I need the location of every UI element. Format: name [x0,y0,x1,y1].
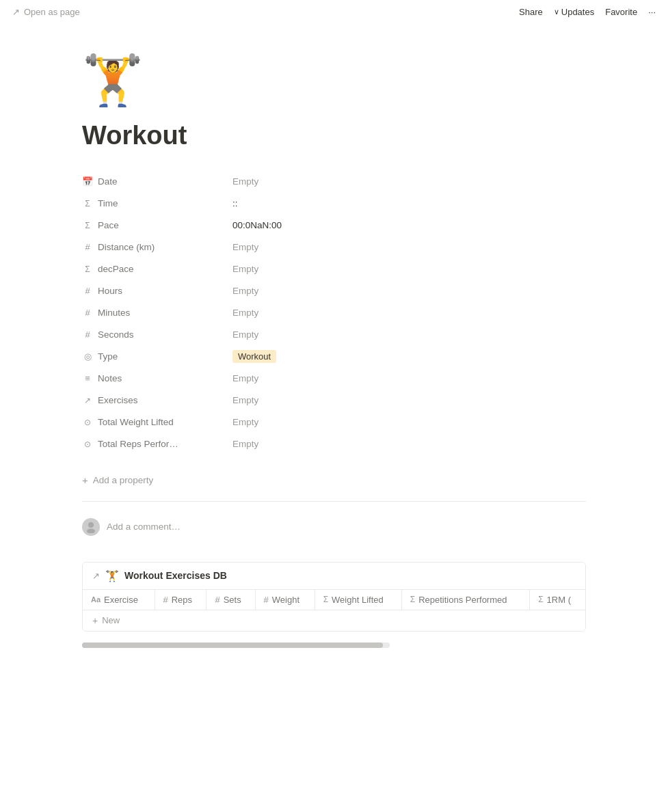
property-key-time: Time [82,198,232,208]
property-value-time: :: [232,198,586,208]
db-table: Aa Exercise # Reps # [83,590,585,610]
col-1rm[interactable]: Σ 1RM ( [530,590,585,610]
hash-icon-seconds [82,329,93,340]
sigma-icon-pace [82,221,93,230]
property-key-seconds: Seconds [82,329,232,340]
property-value-minutes: Empty [232,308,586,318]
col-repetitions-performed[interactable]: Σ Repetitions Performed [401,590,529,610]
favorite-button[interactable]: Favorite [605,7,637,17]
sigma-icon-rp: Σ [410,595,415,604]
svg-point-1 [87,528,95,533]
property-value-notes: Empty [232,373,586,383]
property-key-hours: Hours [82,286,232,296]
circle-icon-type: ◎ [82,351,93,362]
updates-label: Updates [561,7,594,17]
col-label-rp: Repetitions Performed [418,595,507,605]
property-row-decpace[interactable]: decPace Empty [82,258,586,280]
col-weight-lifted[interactable]: Σ Weight Lifted [315,590,401,610]
property-label-type: Type [98,351,118,362]
sigma-icon-wl: Σ [323,595,328,604]
property-label-twl: Total Weight Lifted [98,417,174,427]
hash-icon-reps: # [163,595,168,605]
property-row-trp[interactable]: ⊙ Total Reps Perfor… Empty [82,433,586,455]
db-open-icon[interactable]: ↗ [92,571,100,581]
property-row-time[interactable]: Time :: [82,193,586,215]
db-emoji: 🏋 [105,569,119,582]
aa-icon: Aa [91,595,101,604]
hash-icon-minutes [82,308,93,318]
col-label-1rm: 1RM ( [547,595,571,605]
property-row-distance[interactable]: Distance (km) Empty [82,236,586,258]
property-value-hours: Empty [232,286,586,296]
search-icon-trp: ⊙ [82,439,93,449]
calendar-icon: 📅 [82,176,93,187]
arrow-icon-exercises: ↗ [82,396,93,405]
db-table-wrapper: Aa Exercise # Reps # [83,590,585,610]
col-weight[interactable]: # Weight [255,590,315,610]
property-row-notes[interactable]: ≡ Notes Empty [82,368,586,390]
property-label-decpace: decPace [98,264,134,274]
col-reps[interactable]: # Reps [155,590,206,610]
col-exercise[interactable]: Aa Exercise [83,590,155,610]
property-label-minutes: Minutes [98,308,130,318]
property-value-pace: 00:0NaN:00 [232,220,586,230]
property-row-hours[interactable]: Hours Empty [82,280,586,302]
scrollbar-track[interactable] [82,642,390,648]
table-header-row: Aa Exercise # Reps # [83,590,585,610]
type-badge[interactable]: Workout [232,350,276,363]
db-title[interactable]: Workout Exercises DB [124,570,227,581]
share-button[interactable]: Share [519,7,543,17]
svg-point-0 [88,522,94,528]
property-key-decpace: decPace [82,264,232,274]
divider [82,501,586,502]
new-row-button[interactable]: + New [83,610,585,631]
property-key-trp: ⊙ Total Reps Perfor… [82,439,232,449]
property-label-date: Date [98,176,118,187]
page-title[interactable]: Workout [82,120,586,152]
plus-icon: + [82,474,88,486]
property-row-exercises[interactable]: ↗ Exercises Empty [82,390,586,411]
property-key-distance: Distance (km) [82,242,232,252]
more-button[interactable]: ··· [648,7,656,17]
sigma-icon-1rm: Σ [538,595,543,604]
hash-icon-weight: # [264,595,269,605]
open-as-page-button[interactable]: ↗ Open as page [12,7,80,17]
property-row-date[interactable]: 📅 Date Empty [82,171,586,193]
sigma-icon-decpace [82,265,93,274]
db-header: ↗ 🏋 Workout Exercises DB [83,563,585,590]
updates-button[interactable]: ∨ Updates [554,7,594,17]
hash-icon-sets: # [215,595,219,605]
col-sets[interactable]: # Sets [206,590,255,610]
page-icon[interactable]: 🏋️ [82,51,586,109]
property-row-twl[interactable]: ⊙ Total Weight Lifted Empty [82,411,586,433]
property-key-pace: Pace [82,220,232,230]
property-row-minutes[interactable]: Minutes Empty [82,302,586,324]
plus-icon-new: + [92,615,98,626]
property-value-trp: Empty [232,439,586,449]
add-property-button[interactable]: + Add a property [82,472,586,489]
col-label-wl: Weight Lifted [332,595,384,605]
col-label-reps: Reps [172,595,192,605]
hash-icon-distance [82,242,93,252]
property-key-twl: ⊙ Total Weight Lifted [82,417,232,427]
open-icon: ↗ [12,7,20,17]
lines-icon-notes: ≡ [82,373,93,383]
main-content: 🏋️ Workout 📅 Date Empty Time :: Pace [0,24,668,700]
comment-input[interactable]: Add a comment… [107,522,181,532]
property-label-trp: Total Reps Perfor… [98,439,178,449]
sigma-icon-time [82,199,93,208]
property-row-seconds[interactable]: Seconds Empty [82,324,586,346]
chevron-icon: ∨ [554,8,559,16]
scrollbar-thumb[interactable] [82,642,383,648]
properties-section: 📅 Date Empty Time :: Pace 00:0NaN:00 [82,171,586,455]
comment-area: Add a comment… [82,514,586,540]
property-value-twl: Empty [232,417,586,427]
new-row-label: New [102,615,120,625]
property-row-type[interactable]: ◎ Type Workout [82,346,586,368]
db-section: ↗ 🏋 Workout Exercises DB Aa Exercise [82,562,586,632]
property-label-pace: Pace [98,220,119,230]
avatar [82,518,100,536]
property-label-seconds: Seconds [98,329,134,340]
property-row-pace[interactable]: Pace 00:0NaN:00 [82,215,586,236]
property-key-minutes: Minutes [82,308,232,318]
